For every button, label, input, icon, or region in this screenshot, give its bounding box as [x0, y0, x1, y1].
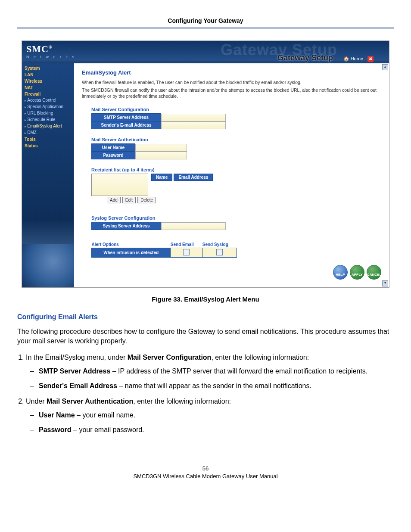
section-heading: Configuring Email Alerts [17, 313, 394, 321]
password-label: Password [92, 152, 135, 159]
nav-status[interactable]: Status [25, 143, 72, 149]
step-2: Under Mail Server Authentication, enter … [26, 397, 394, 435]
password-input[interactable] [135, 152, 187, 159]
smtp-address-input[interactable] [161, 114, 226, 121]
apply-button[interactable]: APPLY [350, 265, 364, 280]
sender-email-input[interactable] [161, 121, 226, 129]
step-1: In the Email/Syslog menu, under Mail Ser… [26, 353, 394, 391]
recipient-list-heading: Recipient list (up to 4 items) [91, 167, 384, 172]
doc-header: Configuring Your Gateway [17, 17, 394, 28]
nav-dmz[interactable]: DMZ [25, 130, 72, 136]
edit-button[interactable]: Edit [122, 197, 136, 203]
recipient-col-name: Name [151, 174, 172, 181]
mail-server-config-heading: Mail Server Configuration [91, 107, 384, 112]
alert-options-heading: Alert Options [92, 242, 171, 248]
scroll-down-icon[interactable]: ▾ [382, 280, 388, 286]
step-1-item-a: SMTP Server Address – IP address of the … [39, 367, 394, 376]
router-banner: SMC® N e t w o r k s Gateway Setup Gatew… [22, 41, 389, 63]
cancel-button[interactable]: CANCEL [367, 265, 381, 280]
banner-title: Gateway Setup [277, 53, 333, 62]
sender-email-label: Sender's E-mail Address [92, 121, 161, 129]
intrusion-send-email-checkbox[interactable] [183, 249, 190, 255]
footer-text: SMCD3GN Wireless Cable Modem Gateway Use… [17, 473, 394, 480]
username-label: User Name [92, 144, 135, 152]
step-1-item-b: Sender's Email Address – name that will … [39, 381, 394, 391]
send-email-col: Send Email [171, 242, 202, 248]
nav-lan[interactable]: LAN [25, 72, 72, 78]
nav-nat[interactable]: NAT [25, 85, 72, 91]
send-syslog-col: Send Syslog [202, 242, 237, 248]
intrusion-send-syslog-checkbox[interactable] [216, 249, 223, 255]
username-input[interactable] [135, 144, 187, 152]
logout-icon[interactable]: ✖ [367, 56, 374, 62]
alert-row-intrusion-label: When intrusion is detected [92, 248, 171, 258]
intro-paragraph-1: When the firewall feature is enabled, Th… [82, 79, 384, 85]
section-intro: The following procedure describes how to… [17, 327, 394, 346]
nav-special-application[interactable]: Special Application [25, 104, 72, 110]
add-button[interactable]: Add [107, 197, 121, 203]
smtp-address-label: SMTP Server Address [92, 114, 161, 121]
nav-wireless[interactable]: Wireless [25, 78, 72, 84]
figure-caption: Figure 33. Email/Syslog Alert Menu [17, 296, 394, 303]
screenshot-container: SMC® N e t w o r k s Gateway Setup Gatew… [22, 40, 389, 288]
brand-logo: SMC® [26, 44, 52, 55]
page-footer: 56 SMCD3GN Wireless Cable Modem Gateway … [17, 465, 394, 480]
syslog-config-heading: Syslog Server Configuration [91, 215, 384, 221]
nav-access-control[interactable]: Access Control [25, 97, 72, 104]
sidebar-decor-image [22, 244, 74, 287]
content-pane: ▴ ▾ Email/Syslog Alert When the firewall… [74, 63, 389, 287]
help-button[interactable]: HELP [333, 265, 348, 280]
brand-subtext: N e t w o r k s [26, 55, 76, 59]
recipient-listbox[interactable] [91, 174, 148, 196]
syslog-address-label: Syslog Server Address [92, 222, 161, 230]
page-title: Email/Syslog Alert [82, 69, 384, 76]
nav-schedule-rule[interactable]: Schedule Rule [25, 117, 72, 123]
nav-tools[interactable]: Tools [25, 137, 72, 143]
nav-url-blocking[interactable]: URL Blocking [25, 110, 72, 117]
scroll-up-icon[interactable]: ▴ [382, 64, 388, 70]
syslog-address-input[interactable] [161, 222, 226, 230]
intro-paragraph-2: The SMCD3GN firewall can notify the user… [82, 87, 384, 99]
nav-firewall[interactable]: Firewall [25, 91, 72, 97]
nav-sidebar: System LAN Wireless NAT Firewall Access … [22, 63, 74, 287]
home-link[interactable]: 🏠 Home [343, 56, 363, 62]
page-number: 56 [17, 465, 394, 473]
mail-auth-heading: Mail Server Authetication [91, 137, 384, 142]
step-2-item-a: User Name – your email name. [39, 411, 394, 420]
delete-button[interactable]: Delete [137, 197, 156, 203]
nav-email-syslog-alert[interactable]: Email/Syslog Alert [25, 123, 72, 130]
recipient-col-email: Email Address [174, 174, 213, 181]
nav-system[interactable]: System [25, 65, 72, 72]
step-2-item-b: Password – your email password. [39, 425, 394, 435]
